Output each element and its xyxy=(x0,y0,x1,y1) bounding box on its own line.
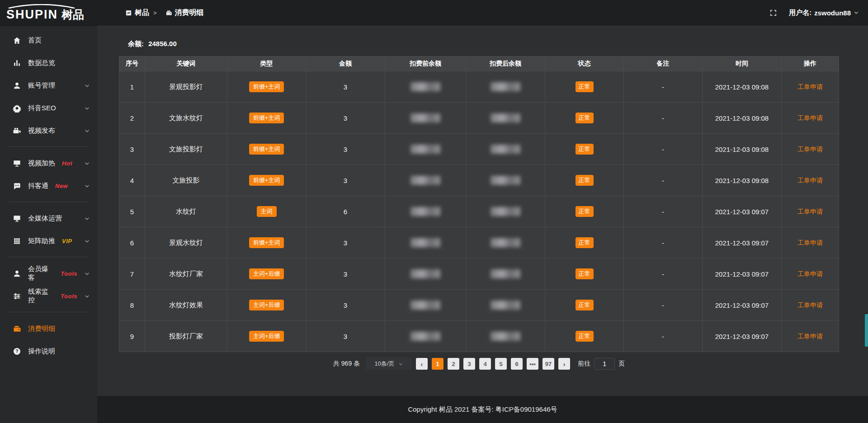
redacted-balance xyxy=(491,176,520,185)
redacted-balance xyxy=(410,332,440,341)
cell-type: 主词+后缀 xyxy=(227,290,306,321)
cell-balance-before xyxy=(385,227,466,258)
cell-remark: - xyxy=(624,134,703,165)
cell-balance-before xyxy=(385,290,466,321)
sidebar-item-video-heating[interactable]: 视频加热Hot xyxy=(0,152,97,174)
redacted-balance xyxy=(491,82,520,91)
cell-keyword: 文旅水纹灯 xyxy=(145,103,227,134)
breadcrumb-current-label: 消费明细 xyxy=(175,8,204,18)
per-page-select[interactable]: 10条/页 xyxy=(366,357,412,370)
total-count-label: 共 969 条 xyxy=(333,360,360,368)
fullscreen-icon[interactable] xyxy=(769,9,777,17)
cell-amount: 3 xyxy=(306,258,385,290)
sidebar-item-account-management[interactable]: 账号管理 xyxy=(0,74,97,97)
sidebar-item-video-publish[interactable]: 视频发布 xyxy=(0,119,97,142)
sidebar-item-label: 会员爆客 xyxy=(28,265,54,282)
dashboard-icon xyxy=(125,9,132,16)
sidebar-item-data-overview[interactable]: 数据总览 xyxy=(0,52,97,74)
wallet-icon xyxy=(13,324,21,333)
sidebar-item-lead-monitoring[interactable]: 线索监控Tools xyxy=(0,285,97,307)
more-pages-button[interactable]: ••• xyxy=(527,358,538,370)
cell-type: 主词+后缀 xyxy=(227,258,306,290)
sidebar-item-label: 消费明细 xyxy=(28,324,55,333)
page-button-2[interactable]: 2 xyxy=(448,358,459,370)
chevron-down-icon xyxy=(84,160,90,166)
column-header-balance-before: 扣费前余额 xyxy=(385,56,466,71)
work-order-link[interactable]: 工单申请 xyxy=(797,114,823,122)
work-order-link[interactable]: 工单申请 xyxy=(797,146,823,153)
cell-status: 正常 xyxy=(545,258,624,290)
work-order-link[interactable]: 工单申请 xyxy=(797,270,823,277)
sidebar-item-douyin-seo[interactable]: 抖音SEO xyxy=(0,97,97,119)
redacted-balance xyxy=(410,207,440,216)
column-header-type: 类型 xyxy=(227,56,306,71)
column-header-keyword: 关键词 xyxy=(145,56,227,71)
next-page-button[interactable]: › xyxy=(558,358,570,370)
cell-time: 2021-12-03 09:07 xyxy=(703,290,782,321)
work-order-link[interactable]: 工单申请 xyxy=(797,208,823,215)
cell-keyword: 投影灯厂家 xyxy=(145,321,227,352)
cell-time: 2021-12-03 09:07 xyxy=(703,321,782,352)
sidebar-item-matrix-boost[interactable]: 矩阵助推VIP xyxy=(0,230,97,252)
sidebar-item-home[interactable]: 首页 xyxy=(0,29,97,52)
cell-balance-after xyxy=(466,71,545,103)
cell-status: 正常 xyxy=(545,196,624,227)
page-button-1[interactable]: 1 xyxy=(432,358,443,370)
user-menu[interactable]: 用户名: zswodun88 xyxy=(789,9,859,17)
cell-action: 工单申请 xyxy=(782,103,839,134)
menu-badge: Tools xyxy=(61,270,77,277)
sidebar-item-label: 视频发布 xyxy=(28,127,55,135)
logo[interactable]: SHUPIN 树品 xyxy=(0,0,97,26)
page-button-5[interactable]: 5 xyxy=(495,358,507,370)
cell-time: 2021-12-03 09:07 xyxy=(703,196,782,227)
sidebar-item-label: 账号管理 xyxy=(28,81,55,90)
work-order-link[interactable]: 工单申请 xyxy=(797,239,823,246)
jump-page-input[interactable] xyxy=(594,358,615,370)
cell-balance-after xyxy=(466,165,545,196)
sidebar-item-operation-guide[interactable]: ?操作说明 xyxy=(0,340,97,362)
sidebar-divider xyxy=(8,146,89,147)
page-button-6[interactable]: 6 xyxy=(511,358,523,370)
redacted-balance xyxy=(410,238,440,247)
prev-page-button[interactable]: ‹ xyxy=(416,358,428,370)
cell-remark: - xyxy=(624,321,703,352)
work-order-link[interactable]: 工单申请 xyxy=(797,177,823,184)
cell-action: 工单申请 xyxy=(782,227,839,258)
page-button-4[interactable]: 4 xyxy=(479,358,491,370)
menu-badge: Hot xyxy=(62,160,72,167)
type-badge: 主词+后缀 xyxy=(249,300,284,310)
status-badge: 正常 xyxy=(576,300,594,310)
cell-balance-after xyxy=(466,290,545,321)
cell-status: 正常 xyxy=(545,103,624,134)
page-button-97[interactable]: 97 xyxy=(542,358,554,370)
cell-type: 前缀+主词 xyxy=(227,134,306,165)
breadcrumb-root-label: 树品 xyxy=(135,8,149,18)
sidebar-item-member-burst[interactable]: 会员爆客Tools xyxy=(0,262,97,285)
work-order-link[interactable]: 工单申请 xyxy=(797,83,823,90)
chevron-down-icon xyxy=(84,183,90,189)
sidebar-item-label: 全媒体运营 xyxy=(28,214,62,223)
cell-status: 正常 xyxy=(545,290,624,321)
sidebar-divider xyxy=(8,202,89,202)
type-badge: 前缀+主词 xyxy=(249,113,284,123)
cell-status: 正常 xyxy=(545,134,624,165)
sidebar-item-label: 首页 xyxy=(28,36,42,45)
floating-side-widget[interactable] xyxy=(865,314,868,347)
cell-no: 5 xyxy=(119,196,145,227)
chevron-down-icon xyxy=(84,238,90,244)
cell-no: 3 xyxy=(119,134,145,165)
work-order-link[interactable]: 工单申请 xyxy=(797,333,823,340)
work-order-link[interactable]: 工单申请 xyxy=(797,301,823,309)
breadcrumb-root[interactable]: 树品 xyxy=(125,8,149,18)
sidebar-item-douketong[interactable]: 抖客通New xyxy=(0,174,97,197)
status-badge: 正常 xyxy=(576,81,594,92)
sidebar-item-all-media-operation[interactable]: 全媒体运营 xyxy=(0,207,97,230)
footer: Copyright 树品 2021 备案号: 粤ICP备09019646号 xyxy=(97,396,868,423)
page-button-3[interactable]: 3 xyxy=(463,358,475,370)
breadcrumb: 树品 > 消费明细 xyxy=(125,8,204,18)
redacted-balance xyxy=(410,176,440,185)
sidebar-item-consumption-details[interactable]: 消费明细 xyxy=(0,317,97,340)
type-badge: 前缀+主词 xyxy=(249,81,284,92)
cell-time: 2021-12-03 09:08 xyxy=(703,103,782,134)
redacted-balance xyxy=(491,113,520,122)
